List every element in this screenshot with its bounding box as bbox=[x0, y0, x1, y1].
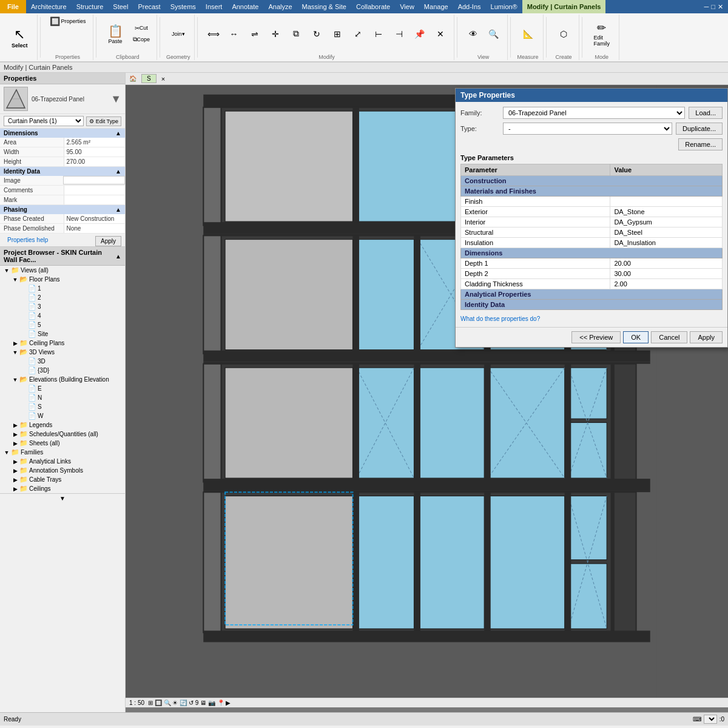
measure-btn[interactable]: 📐 bbox=[518, 27, 538, 41]
modify-btn[interactable]: ↖ Select bbox=[6, 24, 33, 52]
param-value-6[interactable]: DA_Inuslation bbox=[610, 238, 723, 248]
dialog-family-select[interactable]: 06-Trapezoid Panel bbox=[503, 107, 685, 119]
dialog-apply-btn[interactable]: Apply bbox=[690, 331, 723, 343]
menu-architecture[interactable]: Architecture bbox=[26, 0, 72, 13]
tree-item-3[interactable]: 📄3 bbox=[0, 302, 125, 311]
project-browser-scroll-up[interactable]: ▲ bbox=[115, 253, 121, 260]
dialog-cancel-btn[interactable]: Cancel bbox=[651, 331, 687, 343]
tree-item-1[interactable]: 📄1 bbox=[0, 284, 125, 293]
param-value-2[interactable] bbox=[610, 197, 723, 207]
tree-expand-24[interactable]: ▶ bbox=[11, 486, 19, 492]
menu-annotate[interactable]: Annotate bbox=[227, 0, 263, 13]
tree-expand-20[interactable]: ▼ bbox=[2, 450, 11, 456]
tree-item-floor-plans[interactable]: ▼📂Floor Plans bbox=[0, 275, 125, 284]
viewport-canvas[interactable]: Type Properties Family: 06-Trapezoid Pan… bbox=[126, 85, 728, 698]
param-row-6[interactable]: InsulationDA_Inuslation bbox=[461, 238, 723, 248]
view2-btn[interactable]: 🔍 bbox=[484, 27, 504, 41]
split-btn[interactable]: ⊣ bbox=[389, 27, 409, 41]
create-btn[interactable]: ⬡ bbox=[554, 27, 573, 41]
tree-item-{3d}[interactable]: 📄{3D} bbox=[0, 366, 125, 375]
tree-expand-17[interactable]: ▶ bbox=[11, 422, 19, 428]
dialog-preview-btn[interactable]: << Preview bbox=[571, 331, 621, 343]
prop-dropdown-arrow[interactable]: ▼ bbox=[110, 93, 121, 106]
window-close[interactable]: ✕ bbox=[718, 3, 723, 11]
tree-item-elevations-(building-elevation[interactable]: ▼📂Elevations (Building Elevation bbox=[0, 375, 125, 384]
prop-section-phasing-collapse[interactable]: ▲ bbox=[115, 206, 121, 213]
copy2-btn[interactable]: ⧉ bbox=[286, 27, 306, 41]
tree-item-w[interactable]: 📄W bbox=[0, 411, 125, 420]
tree-item-3d-views[interactable]: ▼📂3D Views bbox=[0, 348, 125, 357]
tree-expand-21[interactable]: ▶ bbox=[11, 459, 19, 465]
properties-apply-btn[interactable]: Apply bbox=[95, 236, 121, 246]
copy-btn[interactable]: ⧉ Cope bbox=[130, 34, 153, 45]
dialog-type-select[interactable]: - bbox=[503, 123, 672, 135]
tree-expand-1[interactable]: ▼ bbox=[11, 277, 19, 283]
param-row-9[interactable]: Depth 230.00 bbox=[461, 269, 723, 279]
menu-collaborate[interactable]: Collaborate bbox=[351, 0, 395, 13]
param-value-4[interactable]: DA_Gypsum bbox=[610, 217, 723, 228]
menu-structure[interactable]: Structure bbox=[72, 0, 109, 13]
prop-value-comments[interactable] bbox=[64, 186, 126, 195]
param-value-9[interactable]: 30.00 bbox=[610, 269, 723, 279]
cut-btn[interactable]: ✂ Cut bbox=[130, 23, 153, 33]
tree-item-sheets-(all)[interactable]: ▶📁Sheets (all) bbox=[0, 439, 125, 448]
dialog-ok-btn[interactable]: OK bbox=[623, 331, 649, 343]
menu-analyze[interactable]: Analyze bbox=[263, 0, 297, 13]
tree-item-legends[interactable]: ▶📁Legends bbox=[0, 420, 125, 430]
tree-item-cable-trays[interactable]: ▶📁Cable Trays bbox=[0, 475, 125, 484]
param-value-5[interactable]: DA_Steel bbox=[610, 228, 723, 238]
tree-item-s[interactable]: 📄S bbox=[0, 402, 125, 411]
menu-modify-curtain[interactable]: Modify | Curtain Panels bbox=[522, 0, 606, 13]
tree-item-n[interactable]: 📄N bbox=[0, 393, 125, 402]
type-properties-dialog[interactable]: Type Properties Family: 06-Trapezoid Pan… bbox=[455, 88, 728, 348]
tree-item-annotation-symbols[interactable]: ▶📁Annotation Symbols bbox=[0, 466, 125, 475]
menu-file[interactable]: File bbox=[0, 0, 26, 13]
prop-section-collapse[interactable]: ▲ bbox=[115, 130, 121, 136]
menu-massing[interactable]: Massing & Site bbox=[297, 0, 351, 13]
tree-expand-23[interactable]: ▶ bbox=[11, 477, 19, 483]
prop-type-select[interactable]: Curtain Panels (1) bbox=[4, 116, 84, 126]
dialog-duplicate-btn[interactable]: Duplicate... bbox=[676, 123, 723, 135]
properties-btn[interactable]: 🔲 Properties bbox=[47, 15, 89, 28]
menu-view[interactable]: View bbox=[395, 0, 419, 13]
paste-btn[interactable]: 📋 Paste bbox=[103, 21, 129, 47]
tree-item-5[interactable]: 📄5 bbox=[0, 320, 125, 329]
status-lang-select[interactable] bbox=[704, 715, 717, 724]
viewport-home-icon[interactable]: 🏠 bbox=[129, 75, 136, 82]
param-value-3[interactable]: DA_Stone bbox=[610, 207, 723, 217]
param-row-4[interactable]: InteriorDA_Gypsum bbox=[461, 217, 723, 228]
tree-item-4[interactable]: 📄4 bbox=[0, 311, 125, 320]
tree-expand-19[interactable]: ▶ bbox=[11, 440, 19, 447]
menu-addins[interactable]: Add-Ins bbox=[453, 0, 486, 13]
param-row-8[interactable]: Depth 120.00 bbox=[461, 258, 723, 269]
prop-value-width[interactable]: 95.00 bbox=[64, 147, 126, 157]
tree-item-families[interactable]: ▼📁Families bbox=[0, 448, 125, 457]
edit-family-btn[interactable]: ✏ EditFamily bbox=[588, 18, 616, 50]
prop-value-mark[interactable] bbox=[64, 195, 126, 204]
menu-steel[interactable]: Steel bbox=[108, 0, 133, 13]
param-row-5[interactable]: StructuralDA_Steel bbox=[461, 228, 723, 238]
viewport-close-btn[interactable]: × bbox=[161, 75, 165, 83]
menu-insert[interactable]: Insert bbox=[201, 0, 228, 13]
menu-systems[interactable]: Systems bbox=[166, 0, 201, 13]
window-maximize[interactable]: □ bbox=[711, 3, 715, 10]
properties-help-link[interactable]: Properties help bbox=[4, 234, 52, 246]
tree-expand-22[interactable]: ▶ bbox=[11, 468, 19, 474]
param-value-8[interactable]: 20.00 bbox=[610, 258, 723, 269]
tree-item-2[interactable]: 📄2 bbox=[0, 293, 125, 302]
edit-type-btn[interactable]: ⚙ Edit Type bbox=[86, 116, 121, 126]
mirror-btn[interactable]: ⇌ bbox=[245, 27, 265, 41]
array-btn[interactable]: ⊞ bbox=[328, 27, 347, 41]
tree-expand-18[interactable]: ▶ bbox=[11, 431, 19, 437]
dialog-help-link[interactable]: What do these properties do? bbox=[460, 315, 540, 322]
param-row-10[interactable]: Cladding Thickness2.00 bbox=[461, 279, 723, 289]
scale-btn[interactable]: ⤢ bbox=[348, 27, 368, 41]
param-value-10[interactable]: 2.00 bbox=[610, 279, 723, 289]
menu-lumion[interactable]: Lumion® bbox=[486, 0, 522, 13]
pin-btn[interactable]: 📌 bbox=[410, 27, 430, 41]
prop-value-height[interactable]: 270.00 bbox=[64, 157, 126, 166]
param-row-2[interactable]: Finish bbox=[461, 197, 723, 207]
project-browser-scroll-down[interactable]: ▼ bbox=[59, 495, 66, 502]
offset-btn[interactable]: ↔ bbox=[224, 27, 244, 41]
prop-value-image[interactable] bbox=[63, 176, 125, 184]
